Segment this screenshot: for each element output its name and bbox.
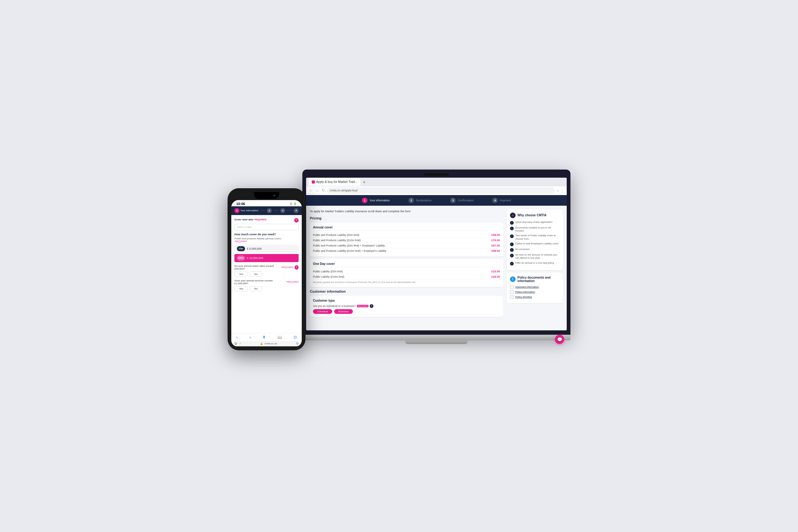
price-row: Public Liability (£5m limit) £23.00	[313, 269, 500, 274]
phone: 10:06 ⟩⟩ 🔋 1 Your information 2	[228, 188, 305, 350]
doc-link-text: Important information	[515, 285, 539, 288]
left-panel: To apply for Market Traders Liability in…	[310, 209, 503, 330]
feature-item: Quick and easy online application	[510, 221, 560, 225]
step-dots	[260, 210, 266, 211]
phone-tool-icon[interactable]: ⊟	[234, 342, 237, 345]
step-4[interactable]: 4 Payment	[492, 197, 511, 203]
customer-question: Are you an individual or a business?	[313, 304, 356, 308]
step-1[interactable]: 1 Your information	[362, 197, 390, 203]
forward-button[interactable]: ›	[315, 188, 319, 193]
amount-badge-10m: £10m	[237, 255, 245, 261]
phone-share-icon[interactable]: ↑	[240, 342, 241, 345]
price-value: £98.50	[491, 249, 500, 252]
step-2-label: Declarations	[416, 199, 432, 202]
question-row: Are you an individual or a business? REQ…	[313, 304, 500, 308]
phone-url-area: 🔒 cmtia.co.uk	[260, 342, 277, 345]
check-icon	[510, 234, 514, 238]
amount-options: £5m £ 5,000,000 £10m £ 10,000,000	[234, 245, 299, 262]
turnover-question: Does your annual turnover exceed £1,000,…	[234, 279, 299, 291]
no-button-1[interactable]: No	[250, 271, 262, 277]
feature-text: No limit on the amount of markets you ca…	[515, 253, 560, 260]
individual-button[interactable]: Individual	[313, 309, 332, 314]
intro-text: To apply for Market Traders Liability in…	[310, 209, 503, 213]
menu-icon[interactable]: ⋮	[561, 189, 564, 192]
customer-section-title: Customer information	[310, 289, 503, 293]
feature-item: Two levels of Public Liability cover to …	[510, 234, 560, 241]
reload-icon[interactable]: ↻	[296, 342, 299, 345]
tab-title: Apply & buy for Market Trad...	[316, 180, 357, 184]
yes-button-2[interactable]: Yes	[234, 286, 248, 291]
customer-type-title: Customer type	[313, 299, 500, 302]
step-dots	[273, 210, 279, 211]
feature-item: No limit on the amount of markets you ca…	[510, 253, 560, 260]
phone-step-2[interactable]: 2	[267, 208, 272, 213]
why-title: ★ Why choose CMTIA	[510, 212, 560, 218]
amount-option-5m[interactable]: £5m £ 5,000,000	[234, 245, 299, 253]
price-value: £23.00	[491, 270, 500, 273]
help-circle-icon[interactable]: ?	[294, 218, 299, 223]
required-indicator: *REQUIRED	[254, 218, 267, 221]
feature-text: No excesses	[515, 248, 530, 251]
no-button-2[interactable]: No	[250, 286, 262, 291]
check-icon	[510, 227, 514, 230]
main-content: To apply for Market Traders Liability in…	[306, 206, 567, 330]
new-tab-button[interactable]: +	[362, 179, 366, 185]
url-bar[interactable]: cmtia.co.uk/apply-buy/	[327, 187, 554, 193]
back-button[interactable]: ‹	[309, 188, 313, 193]
yn-buttons-2: Yes No	[234, 286, 299, 291]
check-icon	[510, 254, 514, 258]
forward-nav-button[interactable]: ›	[249, 335, 251, 340]
ipt-note: All prices quoted are inclusive of Insur…	[313, 281, 500, 284]
step-2[interactable]: 2 Declarations	[408, 197, 432, 203]
yn-label-1: Do your annual online sales exceed £50,0…	[234, 265, 299, 270]
price-label: Public and Products Liability (£10m limi…	[313, 239, 361, 242]
phone-body: 10:06 ⟩⟩ 🔋 1 Your information 2	[228, 188, 305, 350]
bookmarks-nav-button[interactable]: 📖	[278, 335, 282, 339]
price-row: Public and Products Liability (£5m limit…	[313, 243, 500, 248]
check-icon	[510, 262, 514, 266]
reload-button[interactable]: ↻	[321, 188, 325, 193]
doc-link[interactable]: Important information	[510, 285, 560, 289]
help-circle-yn1[interactable]: ?	[294, 265, 299, 270]
one-day-cover-card: One Day cover Public Liability (£5m limi…	[310, 259, 503, 287]
date-placeholder: Select a date	[237, 226, 252, 228]
amount-option-10m[interactable]: £10m £ 10,000,000	[234, 254, 299, 262]
step-3-label: Confirmation	[458, 199, 474, 202]
annual-cover-title: Annual cover	[313, 226, 500, 231]
price-value: £87.00	[491, 244, 500, 247]
laptop-body: Apply & buy for Market Trad... + ‹ › ↻ c…	[302, 170, 570, 335]
sub-question: Public and products liability (annual co…	[234, 237, 299, 243]
phone-step-4[interactable]: 4	[293, 208, 299, 213]
feature-text: Option to add Employers Liability cover	[515, 242, 558, 245]
browser-tab[interactable]: Apply & buy for Market Trad...	[309, 178, 360, 186]
wifi-icon: ⟩⟩	[290, 202, 292, 205]
date-input[interactable]: Select a date	[234, 224, 299, 230]
yes-button-1[interactable]: Yes	[234, 271, 248, 277]
phone-bottom-bar: ⊟ ↑ 🔒 cmtia.co.uk ↻	[231, 340, 302, 346]
doc-link[interactable]: Policy Wording	[510, 295, 560, 299]
laptop-screen: Apply & buy for Market Trad... + ‹ › ↻ c…	[306, 178, 567, 330]
bookmark-icon[interactable]: ☆	[556, 189, 559, 192]
pricing-title: Pricing	[310, 216, 503, 220]
price-row: Public and Products Liability (£10m limi…	[313, 238, 500, 243]
help-icon[interactable]: ?	[370, 304, 374, 308]
feature-item: Documents emailed to you in 20 minutes	[510, 226, 560, 233]
back-nav-button[interactable]: ‹	[236, 335, 238, 340]
step-3[interactable]: 3 Confirmation	[450, 197, 474, 203]
yn-buttons-1: Yes No	[234, 271, 299, 277]
feature-text: Offer an annual or a one day policy	[515, 262, 554, 265]
phone-tools: ⊟ ↑	[234, 342, 241, 345]
price-label: Public and Products Liability (£5m limit…	[313, 244, 385, 247]
business-button[interactable]: Business	[334, 309, 353, 314]
share-nav-button[interactable]: ⬆	[263, 335, 266, 339]
answer-buttons: Individual Business	[313, 309, 500, 314]
lock-icon: 🔒	[260, 342, 263, 345]
step-4-num: 4	[492, 197, 498, 203]
phone-step-1[interactable]: 1 Your information	[234, 208, 259, 213]
tabs-nav-button[interactable]: ⊡	[293, 335, 297, 339]
step-1-num: 1	[362, 197, 367, 203]
doc-link[interactable]: Policy Information	[510, 290, 560, 294]
price-value: £59.00	[491, 233, 500, 236]
phone-step-3[interactable]: 3	[280, 208, 285, 213]
step-1-label: Your information	[369, 199, 390, 202]
